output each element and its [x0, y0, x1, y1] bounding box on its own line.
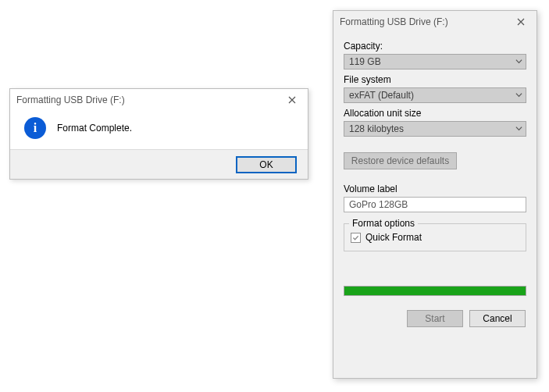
message-text: Format Complete.	[57, 123, 132, 134]
dialog-title: Formatting USB Drive (F:)	[340, 16, 448, 27]
format-complete-dialog: Formatting USB Drive (F:) i Format Compl…	[9, 88, 308, 180]
close-icon[interactable]	[283, 92, 301, 108]
close-icon[interactable]	[512, 14, 530, 30]
allocation-label: Allocation unit size	[344, 108, 526, 119]
file-system-value: exFAT (Default)	[349, 90, 414, 101]
progress-bar	[344, 286, 526, 296]
titlebar[interactable]: Formatting USB Drive (F:)	[10, 89, 308, 111]
info-icon: i	[24, 117, 46, 139]
volume-label-label: Volume label	[344, 184, 526, 194]
chevron-down-icon	[515, 90, 522, 101]
volume-label-input[interactable]	[344, 197, 526, 212]
format-drive-dialog: Formatting USB Drive (F:) Capacity: 119 …	[333, 10, 537, 379]
chevron-down-icon	[515, 123, 522, 134]
format-options-group: Format options Quick Format	[344, 223, 526, 251]
allocation-value: 128 kilobytes	[349, 123, 404, 134]
chevron-down-icon	[515, 56, 522, 67]
button-bar: OK	[10, 149, 308, 179]
cancel-button[interactable]: Cancel	[469, 310, 526, 327]
quick-format-row[interactable]: Quick Format	[351, 232, 519, 243]
start-button[interactable]: Start	[407, 310, 463, 327]
button-bar: Start Cancel	[333, 310, 537, 327]
message-body: i Format Complete.	[10, 111, 308, 139]
allocation-select[interactable]: 128 kilobytes	[344, 121, 526, 137]
capacity-label: Capacity:	[344, 41, 526, 52]
capacity-select[interactable]: 119 GB	[344, 54, 526, 69]
quick-format-checkbox[interactable]	[351, 233, 361, 243]
progress-fill	[344, 287, 526, 295]
file-system-label: File system	[344, 74, 526, 85]
restore-defaults-button[interactable]: Restore device defaults	[344, 152, 457, 169]
ok-button[interactable]: OK	[236, 156, 297, 173]
file-system-select[interactable]: exFAT (Default)	[344, 87, 526, 103]
titlebar[interactable]: Formatting USB Drive (F:)	[333, 11, 537, 33]
dialog-content: Capacity: 119 GB File system exFAT (Defa…	[333, 33, 537, 296]
quick-format-label: Quick Format	[365, 232, 422, 243]
format-options-legend: Format options	[349, 218, 418, 229]
capacity-value: 119 GB	[349, 56, 381, 67]
dialog-title: Formatting USB Drive (F:)	[16, 94, 125, 105]
